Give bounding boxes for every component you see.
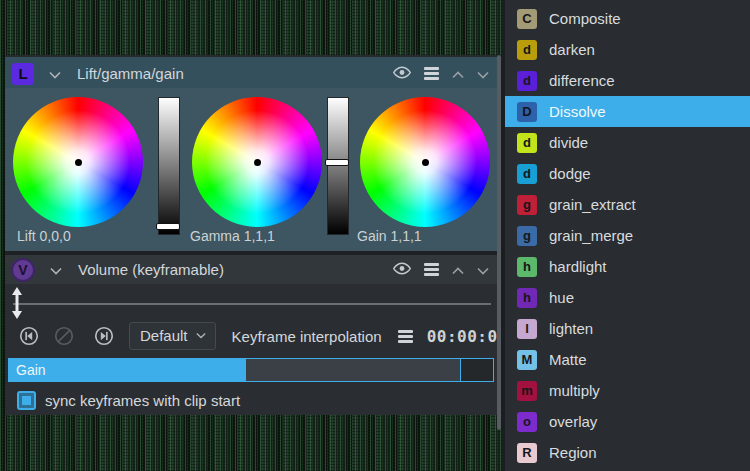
blend-mode-label: darken [549, 41, 595, 58]
blend-mode-icon: g [517, 195, 537, 215]
blend-mode-item-dissolve[interactable]: DDissolve [505, 96, 750, 127]
gamma-value-label: Gamma 1,1,1 [190, 228, 275, 244]
blend-mode-icon: d [517, 164, 537, 184]
blend-mode-label: dodge [549, 165, 591, 182]
show-effect-eye-icon[interactable] [393, 65, 411, 83]
blend-mode-item-composite[interactable]: CComposite [505, 3, 750, 34]
next-keyframe-icon[interactable] [93, 325, 115, 347]
blend-mode-icon: d [517, 40, 537, 60]
effect-menu-icon[interactable] [424, 67, 439, 80]
blend-mode-icon: d [517, 71, 537, 91]
blend-mode-icon: o [517, 412, 537, 432]
blend-mode-icon: h [517, 257, 537, 277]
effect-stack-panel: L Lift/gamma/gain [5, 55, 497, 415]
gamma-color-wheel[interactable] [192, 97, 322, 227]
blend-mode-item-lighten[interactable]: llighten [505, 313, 750, 344]
effect-header-volume[interactable]: V Volume (keyframable) [5, 255, 497, 284]
blend-mode-icon: l [517, 319, 537, 339]
lift-color-wheel[interactable] [13, 97, 143, 227]
blend-mode-item-matte[interactable]: MMatte [505, 344, 750, 375]
app-window: L Lift/gamma/gain [0, 0, 750, 471]
sync-keyframes-row: sync keyframes with clip start [5, 388, 497, 412]
effect-title: Volume (keyframable) [78, 261, 224, 278]
blend-mode-label: Matte [549, 351, 587, 368]
interpolation-preset-value: Default [140, 327, 188, 344]
lift-wheel-handle[interactable] [75, 159, 82, 166]
keyframe-toolbar: Default Keyframe interpolation 00:00:00:… [5, 320, 497, 352]
keyframe-timeline[interactable] [13, 303, 491, 305]
video-noise-background [0, 415, 502, 471]
blend-mode-item-grain_extract[interactable]: ggrain_extract [505, 189, 750, 220]
video-noise-background [0, 0, 502, 55]
blend-mode-icon: g [517, 226, 537, 246]
effect-stack-scrollbar[interactable] [497, 55, 501, 430]
keyframe-marker-icon[interactable] [11, 287, 23, 323]
sync-keyframes-label: sync keyframes with clip start [45, 392, 240, 409]
blend-mode-label: overlay [549, 413, 597, 430]
effect-badge-v: V [11, 258, 35, 282]
gamma-wheel-handle[interactable] [254, 159, 261, 166]
effect-badge-l: L [12, 63, 34, 85]
blend-mode-label: divide [549, 134, 588, 151]
blend-mode-label: hue [549, 289, 574, 306]
blend-mode-icon: R [517, 443, 537, 463]
blend-mode-item-dodge[interactable]: ddodge [505, 158, 750, 189]
blend-mode-icon: m [517, 381, 537, 401]
blend-mode-list: CCompositeddarkenddifferenceDDissolveddi… [505, 0, 750, 471]
gamma-level-slider-handle[interactable] [325, 159, 349, 166]
blend-mode-label: Region [549, 444, 597, 461]
collapse-chevron-icon[interactable] [49, 65, 61, 83]
gain-slider[interactable]: Gain [8, 358, 494, 382]
volume-content: Default Keyframe interpolation 00:00:00:… [5, 284, 497, 415]
keyframe-options-menu-icon[interactable] [398, 330, 413, 343]
blend-mode-label: Dissolve [549, 103, 606, 120]
blend-mode-label: multiply [549, 382, 600, 399]
blend-mode-icon: h [517, 288, 537, 308]
chevron-down-icon [196, 332, 206, 339]
blend-mode-item-darken[interactable]: ddarken [505, 34, 750, 65]
blend-mode-item-overlay[interactable]: ooverlay [505, 406, 750, 437]
interpolation-preset-dropdown[interactable]: Default [129, 322, 216, 350]
keyframe-interpolation-label: Keyframe interpolation [232, 328, 382, 345]
blend-mode-item-hardlight[interactable]: hhardlight [505, 251, 750, 282]
move-effect-down-icon[interactable] [477, 65, 489, 83]
move-effect-down-icon[interactable] [477, 261, 489, 279]
blend-mode-label: grain_extract [549, 196, 636, 213]
add-remove-keyframe-disabled-icon [53, 325, 75, 347]
blend-mode-item-hue[interactable]: hhue [505, 282, 750, 313]
show-effect-eye-icon[interactable] [393, 261, 411, 279]
blend-mode-item-difference[interactable]: ddifference [505, 65, 750, 96]
gain-wheel-handle[interactable] [422, 159, 429, 166]
move-effect-up-icon[interactable] [452, 65, 464, 83]
sync-keyframes-checkbox[interactable] [17, 391, 36, 410]
lift-level-slider-handle[interactable] [156, 223, 180, 230]
blend-mode-icon: M [517, 350, 537, 370]
blend-mode-item-divide[interactable]: ddivide [505, 127, 750, 158]
blend-mode-icon: C [517, 9, 537, 29]
lift-value-label: Lift 0,0,0 [17, 228, 71, 244]
blend-mode-label: difference [549, 72, 615, 89]
timecode-display[interactable]: 00:00:00:00 [427, 327, 497, 346]
effect-header-lift-gamma-gain[interactable]: L Lift/gamma/gain [5, 55, 497, 90]
gain-value-label: Gain 1,1,1 [357, 228, 422, 244]
effect-menu-icon[interactable] [424, 263, 439, 276]
collapse-chevron-icon[interactable] [50, 261, 62, 279]
blend-mode-label: Composite [549, 10, 621, 27]
gain-slider-label: Gain [16, 362, 46, 378]
blend-mode-label: lighten [549, 320, 593, 337]
lift-level-slider[interactable] [158, 97, 180, 235]
move-effect-up-icon[interactable] [452, 261, 464, 279]
blend-mode-label: grain_merge [549, 227, 633, 244]
blend-mode-icon: D [517, 102, 537, 122]
gain-value-spinbox[interactable] [460, 359, 493, 381]
blend-mode-icon: d [517, 133, 537, 153]
effect-title: Lift/gamma/gain [77, 65, 184, 82]
blend-mode-item-region[interactable]: RRegion [505, 437, 750, 468]
lift-gamma-gain-content: Lift 0,0,0 Gamma 1,1,1 Gain 1,1,1 [5, 88, 497, 251]
gamma-level-slider[interactable] [327, 97, 349, 235]
blend-mode-item-multiply[interactable]: mmultiply [505, 375, 750, 406]
gain-color-wheel[interactable] [360, 97, 490, 227]
blend-mode-item-grain_merge[interactable]: ggrain_merge [505, 220, 750, 251]
previous-keyframe-icon[interactable] [18, 325, 40, 347]
blend-mode-label: hardlight [549, 258, 607, 275]
